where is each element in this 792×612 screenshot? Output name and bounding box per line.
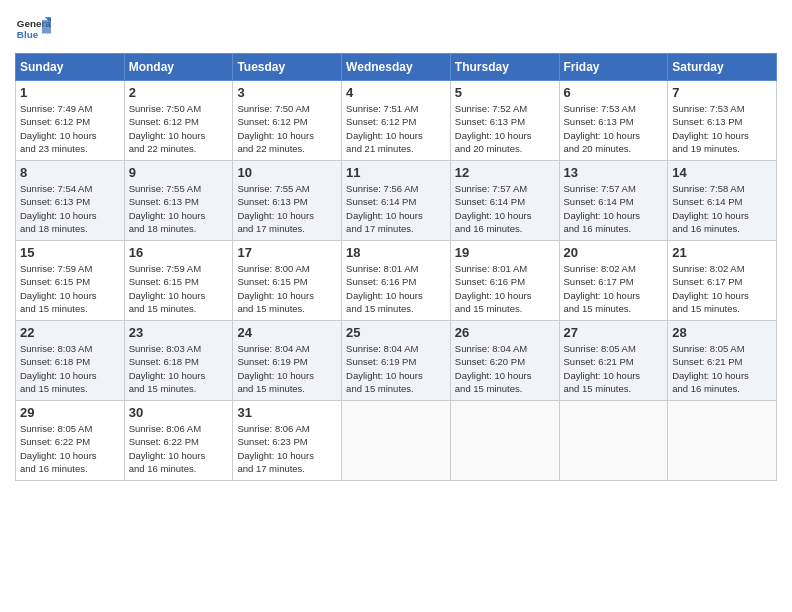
day-number: 19 (455, 245, 555, 260)
weekday-header-saturday: Saturday (668, 54, 777, 81)
calendar-week-row: 15Sunrise: 7:59 AM Sunset: 6:15 PM Dayli… (16, 241, 777, 321)
day-info: Sunrise: 7:51 AM Sunset: 6:12 PM Dayligh… (346, 102, 446, 155)
calendar-cell: 24Sunrise: 8:04 AM Sunset: 6:19 PM Dayli… (233, 321, 342, 401)
calendar-cell: 3Sunrise: 7:50 AM Sunset: 6:12 PM Daylig… (233, 81, 342, 161)
day-info: Sunrise: 8:05 AM Sunset: 6:21 PM Dayligh… (564, 342, 664, 395)
day-info: Sunrise: 8:02 AM Sunset: 6:17 PM Dayligh… (564, 262, 664, 315)
calendar-cell: 14Sunrise: 7:58 AM Sunset: 6:14 PM Dayli… (668, 161, 777, 241)
day-info: Sunrise: 8:03 AM Sunset: 6:18 PM Dayligh… (20, 342, 120, 395)
day-number: 26 (455, 325, 555, 340)
weekday-header-tuesday: Tuesday (233, 54, 342, 81)
weekday-header-monday: Monday (124, 54, 233, 81)
day-info: Sunrise: 7:56 AM Sunset: 6:14 PM Dayligh… (346, 182, 446, 235)
day-info: Sunrise: 8:02 AM Sunset: 6:17 PM Dayligh… (672, 262, 772, 315)
day-number: 15 (20, 245, 120, 260)
calendar-cell: 29Sunrise: 8:05 AM Sunset: 6:22 PM Dayli… (16, 401, 125, 481)
calendar-cell: 4Sunrise: 7:51 AM Sunset: 6:12 PM Daylig… (342, 81, 451, 161)
day-number: 10 (237, 165, 337, 180)
calendar-cell (668, 401, 777, 481)
day-number: 31 (237, 405, 337, 420)
day-number: 11 (346, 165, 446, 180)
day-info: Sunrise: 8:06 AM Sunset: 6:23 PM Dayligh… (237, 422, 337, 475)
calendar-cell: 6Sunrise: 7:53 AM Sunset: 6:13 PM Daylig… (559, 81, 668, 161)
day-info: Sunrise: 7:59 AM Sunset: 6:15 PM Dayligh… (20, 262, 120, 315)
logo-icon: General Blue (15, 15, 51, 43)
calendar-cell: 31Sunrise: 8:06 AM Sunset: 6:23 PM Dayli… (233, 401, 342, 481)
logo: General Blue (15, 15, 51, 43)
day-info: Sunrise: 7:58 AM Sunset: 6:14 PM Dayligh… (672, 182, 772, 235)
day-info: Sunrise: 7:50 AM Sunset: 6:12 PM Dayligh… (237, 102, 337, 155)
calendar-week-row: 22Sunrise: 8:03 AM Sunset: 6:18 PM Dayli… (16, 321, 777, 401)
calendar-cell: 19Sunrise: 8:01 AM Sunset: 6:16 PM Dayli… (450, 241, 559, 321)
day-number: 5 (455, 85, 555, 100)
day-number: 2 (129, 85, 229, 100)
day-info: Sunrise: 8:01 AM Sunset: 6:16 PM Dayligh… (346, 262, 446, 315)
day-info: Sunrise: 7:57 AM Sunset: 6:14 PM Dayligh… (455, 182, 555, 235)
day-info: Sunrise: 7:53 AM Sunset: 6:13 PM Dayligh… (672, 102, 772, 155)
calendar-cell: 15Sunrise: 7:59 AM Sunset: 6:15 PM Dayli… (16, 241, 125, 321)
day-info: Sunrise: 7:55 AM Sunset: 6:13 PM Dayligh… (237, 182, 337, 235)
calendar-cell: 1Sunrise: 7:49 AM Sunset: 6:12 PM Daylig… (16, 81, 125, 161)
calendar-table: SundayMondayTuesdayWednesdayThursdayFrid… (15, 53, 777, 481)
day-info: Sunrise: 7:52 AM Sunset: 6:13 PM Dayligh… (455, 102, 555, 155)
weekday-header-sunday: Sunday (16, 54, 125, 81)
calendar-cell: 2Sunrise: 7:50 AM Sunset: 6:12 PM Daylig… (124, 81, 233, 161)
calendar-cell: 30Sunrise: 8:06 AM Sunset: 6:22 PM Dayli… (124, 401, 233, 481)
day-info: Sunrise: 8:00 AM Sunset: 6:15 PM Dayligh… (237, 262, 337, 315)
day-info: Sunrise: 8:04 AM Sunset: 6:19 PM Dayligh… (346, 342, 446, 395)
calendar-cell: 22Sunrise: 8:03 AM Sunset: 6:18 PM Dayli… (16, 321, 125, 401)
day-info: Sunrise: 7:57 AM Sunset: 6:14 PM Dayligh… (564, 182, 664, 235)
day-number: 18 (346, 245, 446, 260)
day-info: Sunrise: 8:05 AM Sunset: 6:22 PM Dayligh… (20, 422, 120, 475)
day-number: 13 (564, 165, 664, 180)
calendar-cell: 17Sunrise: 8:00 AM Sunset: 6:15 PM Dayli… (233, 241, 342, 321)
calendar-cell: 20Sunrise: 8:02 AM Sunset: 6:17 PM Dayli… (559, 241, 668, 321)
day-number: 30 (129, 405, 229, 420)
day-number: 8 (20, 165, 120, 180)
calendar-cell: 9Sunrise: 7:55 AM Sunset: 6:13 PM Daylig… (124, 161, 233, 241)
day-number: 4 (346, 85, 446, 100)
day-number: 28 (672, 325, 772, 340)
calendar-cell (342, 401, 451, 481)
calendar-cell: 5Sunrise: 7:52 AM Sunset: 6:13 PM Daylig… (450, 81, 559, 161)
calendar-cell: 18Sunrise: 8:01 AM Sunset: 6:16 PM Dayli… (342, 241, 451, 321)
calendar-cell: 10Sunrise: 7:55 AM Sunset: 6:13 PM Dayli… (233, 161, 342, 241)
calendar-cell: 7Sunrise: 7:53 AM Sunset: 6:13 PM Daylig… (668, 81, 777, 161)
weekday-header-thursday: Thursday (450, 54, 559, 81)
calendar-week-row: 1Sunrise: 7:49 AM Sunset: 6:12 PM Daylig… (16, 81, 777, 161)
day-number: 12 (455, 165, 555, 180)
calendar-cell (450, 401, 559, 481)
calendar-cell: 27Sunrise: 8:05 AM Sunset: 6:21 PM Dayli… (559, 321, 668, 401)
day-number: 14 (672, 165, 772, 180)
day-number: 6 (564, 85, 664, 100)
day-info: Sunrise: 7:55 AM Sunset: 6:13 PM Dayligh… (129, 182, 229, 235)
day-info: Sunrise: 7:59 AM Sunset: 6:15 PM Dayligh… (129, 262, 229, 315)
day-number: 1 (20, 85, 120, 100)
day-number: 20 (564, 245, 664, 260)
calendar-cell: 23Sunrise: 8:03 AM Sunset: 6:18 PM Dayli… (124, 321, 233, 401)
weekday-header-friday: Friday (559, 54, 668, 81)
day-info: Sunrise: 8:06 AM Sunset: 6:22 PM Dayligh… (129, 422, 229, 475)
calendar-cell: 26Sunrise: 8:04 AM Sunset: 6:20 PM Dayli… (450, 321, 559, 401)
day-info: Sunrise: 8:01 AM Sunset: 6:16 PM Dayligh… (455, 262, 555, 315)
day-number: 7 (672, 85, 772, 100)
day-info: Sunrise: 7:53 AM Sunset: 6:13 PM Dayligh… (564, 102, 664, 155)
svg-text:Blue: Blue (17, 29, 39, 40)
calendar-header-row: SundayMondayTuesdayWednesdayThursdayFrid… (16, 54, 777, 81)
day-number: 29 (20, 405, 120, 420)
day-info: Sunrise: 7:50 AM Sunset: 6:12 PM Dayligh… (129, 102, 229, 155)
calendar-cell: 16Sunrise: 7:59 AM Sunset: 6:15 PM Dayli… (124, 241, 233, 321)
day-info: Sunrise: 8:05 AM Sunset: 6:21 PM Dayligh… (672, 342, 772, 395)
day-number: 9 (129, 165, 229, 180)
weekday-header-wednesday: Wednesday (342, 54, 451, 81)
svg-marker-2 (42, 20, 51, 34)
calendar-cell: 21Sunrise: 8:02 AM Sunset: 6:17 PM Dayli… (668, 241, 777, 321)
day-info: Sunrise: 8:03 AM Sunset: 6:18 PM Dayligh… (129, 342, 229, 395)
day-info: Sunrise: 8:04 AM Sunset: 6:19 PM Dayligh… (237, 342, 337, 395)
calendar-cell: 12Sunrise: 7:57 AM Sunset: 6:14 PM Dayli… (450, 161, 559, 241)
day-number: 3 (237, 85, 337, 100)
day-number: 27 (564, 325, 664, 340)
day-number: 16 (129, 245, 229, 260)
day-info: Sunrise: 7:54 AM Sunset: 6:13 PM Dayligh… (20, 182, 120, 235)
calendar-cell: 11Sunrise: 7:56 AM Sunset: 6:14 PM Dayli… (342, 161, 451, 241)
